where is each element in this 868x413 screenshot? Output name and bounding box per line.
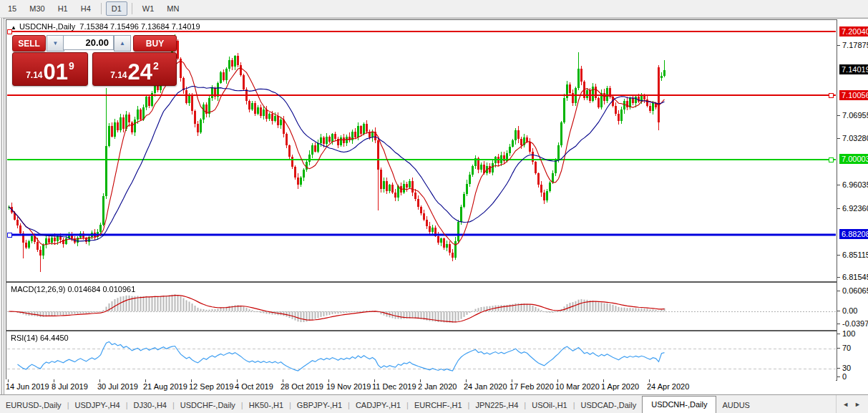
chart-tab-jpn225-h4[interactable]: JPN225-,H4 [469,397,524,413]
chart-tab-hk50-h1[interactable]: HK50-,H1 [243,397,289,413]
level-price-badge: 7.20040 [839,26,868,37]
date-label: 24 Apr 2020 [647,382,689,391]
axis-tick-mark [837,115,840,116]
axis-tick-mark [837,368,840,369]
axis-tick-mark [837,138,840,139]
chevron-down-icon: ▼ [53,40,59,47]
date-label: 10 Mar 2020 [555,382,600,391]
axis-tick-mark [837,255,840,256]
date-label: 19 Nov 2019 [326,382,371,391]
date-label: 14 Jun 2019 [6,382,49,391]
price-tick-label: 7.06955 [842,111,868,120]
price-tick-label: 7.03280 [842,134,868,142]
tab-scroll-left-icon[interactable]: ◄ [839,399,852,409]
chart-window: ▲USDCNH-,Daily 7.15384 7.15496 7.13684 7… [1,18,868,394]
macd-axis-label: -0.039792 [842,319,868,328]
timeframe-button-h4[interactable]: H4 [75,1,97,16]
timeframe-button-mn[interactable]: MN [161,1,185,16]
rsi-axis-label: 100 [842,329,855,338]
toolbar-separator [132,3,132,14]
date-label: 4 Oct 2019 [235,382,273,391]
sell-price-main: 01 [44,62,68,83]
price-tick-label: 6.81545 [842,273,868,281]
price-tick-label: 7.17875 [842,41,868,49]
level-price-badge: 7.00003 [839,154,868,164]
axis-tick-mark [837,334,840,334]
date-label: 12 Sep 2019 [189,382,233,391]
axis-tick-mark [837,376,840,377]
date-label: 21 Aug 2019 [143,382,187,391]
timeframe-button-m30[interactable]: M30 [24,1,50,16]
timeframe-button-h1[interactable]: H1 [52,1,74,16]
level-price-badge: 7.10056 [839,90,868,100]
axis-tick-mark [837,185,840,185]
chart-tab-usdcnh-daily[interactable]: USDCNH-,Daily [642,396,716,413]
chart-ohlc-values: 7.15384 7.15496 7.13684 7.14019 [79,22,200,31]
sell-price-display[interactable]: 7.14 01 9 [12,52,88,86]
timeframe-button-d1[interactable]: D1 [106,1,127,16]
axis-tick-mark [837,208,840,209]
buy-button[interactable]: BUY [133,35,177,52]
chart-tab-usdchf-daily[interactable]: USDCHF-,Daily [175,397,241,413]
mt4-window: 15M30H1H4D1W1MN ▲USDCNH-,Daily 7.15384 7… [0,0,868,413]
date-label: 1 Apr 2020 [601,382,639,391]
level-price-badge: 6.88208 [839,229,868,239]
price-tick-label: 6.85115 [842,251,868,259]
timeframe-button-w1[interactable]: W1 [137,1,160,16]
volume-increase-button[interactable]: ▲ [114,35,131,52]
price-chart-pane[interactable]: ▲USDCNH-,Daily 7.15384 7.15496 7.13684 7… [6,19,837,282]
volume-decrease-button[interactable]: ▼ [47,35,64,52]
one-click-panel-toggle-icon[interactable]: ▲ [11,24,16,31]
sell-price-prefix: 7.14 [26,70,42,80]
buy-price-prefix: 7.14 [110,70,127,80]
rsi-label: RSI(14) 64.4450 [11,334,69,342]
timeframe-toolbar: 15M30H1H4D1W1MN [0,0,868,18]
rsi-axis-label: 30 [842,364,851,372]
date-label: 17 Feb 2020 [509,382,554,391]
date-label: 28 Oct 2019 [281,382,323,391]
chart-tab-usdcad-daily[interactable]: USDCAD-,Daily [575,397,643,413]
chevron-up-icon: ▲ [120,40,125,47]
chart-tab-usoil-h1[interactable]: USOil-,H1 [526,397,573,413]
rsi-pane[interactable]: RSI(14) 64.4450 [6,331,837,381]
chart-tab-dj30-h4[interactable]: DJ30-,H4 [128,397,172,413]
price-tick-label: 6.92360 [842,204,868,213]
chart-tab-audus[interactable]: AUDUS [716,397,756,413]
timeframe-button-15[interactable]: 15 [2,1,22,16]
tab-scroll-arrows: ◄► [836,395,867,413]
axis-tick-mark [837,324,840,324]
chart-tab-usdjpy-h4[interactable]: USDJPY-,H4 [69,397,125,413]
macd-axis-label: 0.00 [842,306,857,315]
axis-tick-mark [837,311,840,311]
date-axis[interactable]: 14 Jun 20198 Jul 201930 Jul 201921 Aug 2… [6,379,836,394]
sell-button[interactable]: SELL [12,35,46,52]
rsi-canvas[interactable] [7,332,836,379]
buy-price-display[interactable]: 7.14 24 2 [92,52,177,86]
tab-scroll-right-icon[interactable]: ► [852,399,864,409]
chart-title: ▲USDCNH-,Daily 7.15384 7.15496 7.13684 7… [11,22,200,31]
axis-tick-mark [837,45,840,46]
current-price-badge: 7.14019 [839,64,868,74]
macd-pane[interactable]: MACD(12,26,9) 0.014684 0.010961 [6,282,837,331]
date-label: 2 Jan 2020 [418,382,457,391]
chart-tab-bar: EURUSD-,Daily|USDJPY-,H4|DJ30-,H4|USDCHF… [0,394,868,413]
axis-tick-mark [837,277,840,278]
macd-label: MACD(12,26,9) 0.014684 0.010961 [11,285,135,293]
volume-input[interactable] [63,35,114,50]
chart-tab-cadjpy-h1[interactable]: CADJPY-,H1 [350,397,406,413]
sell-price-pip: 9 [69,60,74,72]
one-click-trade-panel: SELL ▼ ▲ BUY 7.14 01 9 7.14 24 2 [12,35,177,82]
chart-tab-gbpjpy-h1[interactable]: GBPJPY-,H1 [291,397,348,413]
chart-tab-eurusd-daily[interactable]: EURUSD-,Daily [0,397,67,413]
toolbar-separator [101,3,102,14]
rsi-axis-label: 0 [842,372,847,381]
price-axis[interactable]: 7.178757.069557.032806.960356.923606.851… [837,19,868,379]
axis-tick-mark [837,348,840,349]
axis-tick-mark [837,291,840,291]
buy-price-pip: 2 [153,60,159,72]
date-label: 11 Dec 2019 [372,382,416,391]
chart-tab-eurchf-h1[interactable]: EURCHF-,H1 [409,397,468,413]
price-tick-label: 6.96035 [842,180,868,189]
date-label: 30 Jul 2019 [97,382,138,391]
date-label: 24 Jan 2020 [464,382,507,391]
